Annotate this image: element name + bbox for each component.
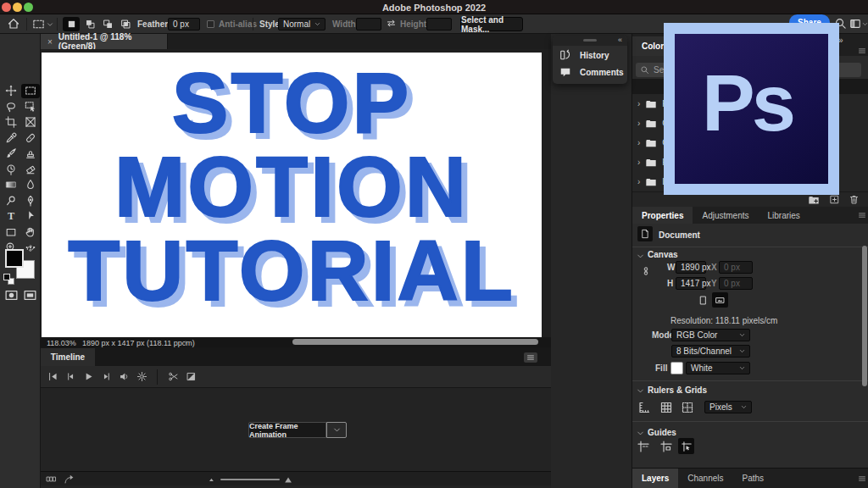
frame-tool[interactable] — [21, 115, 40, 130]
comments-icon[interactable] — [559, 66, 571, 78]
panel-menu-icon[interactable] — [858, 474, 866, 483]
zoom-out-thumbnail-icon[interactable] — [207, 474, 217, 484]
previous-frame-icon[interactable] — [64, 371, 75, 382]
style-select[interactable]: Normal — [278, 18, 326, 30]
canvas-width-input[interactable]: 1890 px — [676, 261, 706, 274]
brush-tool[interactable] — [2, 147, 20, 161]
timeline-menu-button[interactable] — [524, 352, 537, 363]
tab-properties[interactable]: Properties — [632, 207, 693, 224]
create-frame-animation-dropdown[interactable] — [326, 422, 347, 438]
hand-tool[interactable] — [21, 225, 40, 239]
eraser-tool[interactable] — [21, 162, 40, 176]
toggle-grid-icon[interactable] — [659, 401, 673, 414]
timeline-tab[interactable]: Timeline — [41, 348, 95, 366]
tab-libraries[interactable]: Libraries — [759, 207, 810, 224]
chevron-down-icon[interactable] — [47, 21, 53, 28]
disclosure-chevron-icon[interactable]: › — [637, 119, 640, 128]
home-icon[interactable] — [7, 17, 20, 30]
status-chevron-icon[interactable]: › — [185, 338, 187, 347]
dodge-tool[interactable] — [2, 193, 20, 208]
disclosure-chevron-icon[interactable]: › — [637, 138, 640, 147]
thumbnail-size-slider[interactable] — [220, 479, 280, 480]
intersect-selection-button[interactable] — [117, 17, 134, 31]
feather-input[interactable]: 0 px — [168, 18, 200, 30]
spot-healing-brush-tool[interactable] — [21, 130, 40, 145]
quick-mask-icon[interactable] — [4, 288, 19, 302]
edit-guides-button[interactable] — [678, 438, 694, 454]
history-flyout-item[interactable]: History — [580, 51, 609, 60]
horizontal-scrollbar[interactable] — [292, 339, 538, 345]
zoom-level[interactable]: 118.03% — [47, 339, 76, 347]
move-tool[interactable] — [2, 84, 20, 98]
render-video-icon[interactable] — [64, 474, 75, 485]
eyedropper-tool[interactable] — [2, 130, 20, 145]
transition-icon[interactable] — [186, 371, 197, 382]
lasso-tool[interactable] — [2, 99, 20, 114]
subtract-from-selection-button[interactable] — [99, 17, 116, 31]
link-dimensions-icon[interactable] — [640, 265, 652, 277]
tab-paths[interactable]: Paths — [733, 469, 774, 488]
gear-icon[interactable] — [136, 371, 147, 382]
document-tab[interactable]: × Untitled-1 @ 118% (Green/8) — [41, 34, 168, 49]
add-to-selection-button[interactable] — [81, 17, 98, 31]
swap-width-height-icon[interactable] — [386, 18, 397, 29]
disclosure-chevron-icon[interactable]: › — [637, 177, 640, 186]
trash-icon[interactable] — [849, 194, 860, 205]
properties-scrollbar[interactable] — [862, 246, 867, 386]
select-and-mask-button[interactable]: Select and Mask... — [460, 17, 523, 31]
first-frame-icon[interactable] — [47, 371, 58, 382]
next-frame-icon[interactable] — [102, 371, 113, 382]
blur-tool[interactable] — [21, 178, 40, 192]
zoom-in-thumbnail-icon[interactable] — [283, 473, 295, 485]
convert-to-frames-icon[interactable] — [46, 474, 57, 485]
new-group-icon[interactable] — [808, 194, 820, 206]
new-selection-button[interactable] — [63, 17, 80, 31]
default-colors-icon[interactable] — [3, 274, 10, 280]
type-tool[interactable]: T — [2, 209, 20, 224]
clone-stamp-tool[interactable] — [21, 147, 40, 161]
bit-depth-select[interactable]: 8 Bits/Channel — [671, 345, 750, 358]
marquee-tool-preset-icon[interactable] — [32, 18, 45, 30]
flyout-header[interactable]: « — [553, 36, 627, 46]
toggle-pixel-grid-icon[interactable] — [681, 401, 694, 414]
path-selection-tool[interactable] — [21, 209, 40, 224]
close-tab-icon[interactable]: × — [47, 37, 53, 47]
chevron-down-icon[interactable] — [637, 430, 644, 437]
landscape-orientation-button[interactable] — [712, 292, 728, 308]
history-brush-tool[interactable] — [2, 162, 20, 176]
height-input[interactable] — [426, 18, 452, 30]
swap-colors-icon[interactable] — [25, 243, 36, 253]
disclosure-chevron-icon[interactable]: › — [637, 158, 640, 167]
canvas-x-input[interactable]: 0 px — [719, 261, 753, 274]
tab-adjustments[interactable]: Adjustments — [693, 207, 758, 224]
rectangular-marquee-tool[interactable] — [21, 84, 40, 98]
portrait-orientation-button[interactable] — [696, 293, 710, 308]
create-frame-animation-button[interactable]: Create Frame Animation — [248, 422, 326, 438]
mute-audio-icon[interactable] — [119, 371, 130, 382]
comments-flyout-item[interactable]: Comments — [580, 68, 624, 77]
pen-tool[interactable] — [21, 193, 40, 208]
fill-color-swatch[interactable] — [670, 362, 683, 374]
rectangle-tool[interactable] — [2, 225, 20, 239]
screen-mode-icon[interactable] — [23, 288, 37, 302]
gradient-tool[interactable] — [2, 178, 20, 192]
canvas-height-input[interactable]: 1417 px — [676, 277, 706, 290]
chevron-down-icon[interactable] — [862, 21, 868, 27]
toggle-rulers-icon[interactable] — [637, 401, 651, 414]
anti-alias-checkbox[interactable] — [207, 20, 214, 28]
new-swatch-icon[interactable] — [829, 194, 840, 205]
panel-menu-icon[interactable] — [858, 211, 866, 219]
object-selection-tool[interactable] — [21, 99, 40, 114]
play-icon[interactable] — [83, 371, 94, 382]
guide-layout-icon[interactable] — [659, 440, 673, 453]
tab-layers[interactable]: Layers — [632, 469, 678, 488]
tab-channels[interactable]: Channels — [678, 469, 732, 488]
units-select[interactable]: Pixels — [704, 401, 752, 413]
foreground-color-swatch[interactable] — [5, 249, 24, 268]
history-panel-icon[interactable] — [559, 49, 571, 61]
mode-select[interactable]: RGB Color — [671, 329, 750, 341]
drag-handle[interactable] — [583, 39, 597, 42]
document-canvas[interactable]: STOP STOP MOTION MOTION TUTORIAL TUTORIA… — [42, 53, 542, 337]
panel-menu-icon[interactable] — [858, 47, 866, 55]
fill-select[interactable]: White — [686, 362, 750, 374]
